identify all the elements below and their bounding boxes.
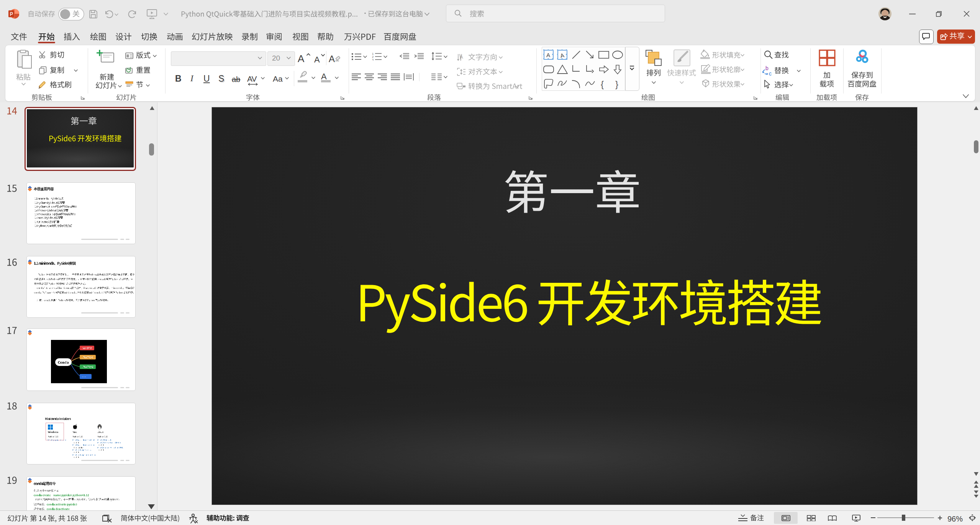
- svg-text:3: 3: [372, 58, 374, 61]
- svg-text:A: A: [559, 52, 565, 59]
- svg-text:A: A: [460, 54, 463, 60]
- svg-text:c: c: [769, 71, 772, 76]
- svg-text:}: }: [615, 79, 618, 89]
- svg-text:{: {: [601, 79, 604, 89]
- svg-text:A: A: [546, 52, 550, 58]
- svg-text:b: b: [765, 66, 769, 71]
